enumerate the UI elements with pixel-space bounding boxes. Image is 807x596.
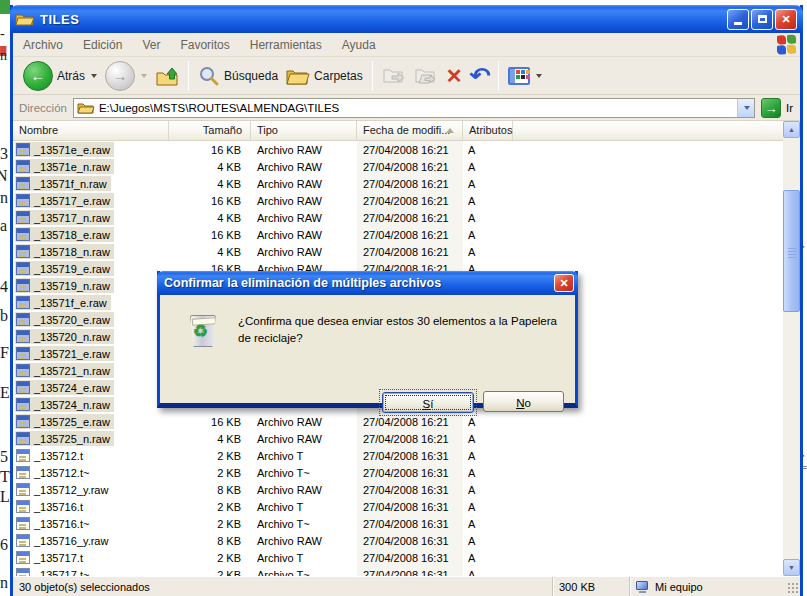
file-row[interactable]: _135725_n.raw4 KBArchivo RAW27/04/2008 1… — [13, 430, 783, 447]
file-row[interactable]: _13571e_e.raw16 KBArchivo RAW27/04/2008 … — [13, 141, 783, 158]
close-button[interactable]: ✕ — [775, 9, 797, 30]
file-row[interactable]: _135712_y.raw8 KBArchivo RAW27/04/2008 1… — [13, 481, 783, 498]
file-name-cell[interactable]: _135716.t — [13, 499, 169, 514]
undo-button[interactable]: ↶ — [467, 65, 493, 87]
file-name-cell[interactable]: _135725_e.raw — [13, 414, 169, 429]
file-type: Archivo RAW — [251, 212, 357, 224]
address-combo[interactable]: E:\Juegos\MSTS\ROUTES\ALMENDAG\TILES — [73, 98, 755, 118]
file-name-cell[interactable]: _13571e_n.raw — [13, 159, 169, 174]
column-header-tamano[interactable]: Tamaño — [169, 121, 251, 140]
menu-edicion[interactable]: Edición — [73, 38, 132, 52]
file-attributes: A — [463, 144, 513, 156]
go-button[interactable]: → — [761, 98, 781, 118]
folder-icon — [15, 11, 35, 27]
file-name-cell[interactable]: _135717.t~ — [13, 567, 169, 576]
file-icon — [16, 330, 30, 343]
scroll-up-icon[interactable]: ▲ — [783, 121, 800, 138]
maximize-button[interactable] — [751, 9, 773, 30]
column-header-fecha[interactable]: Fecha de modifi... — [357, 121, 463, 140]
file-icon — [16, 449, 30, 462]
file-name-cell[interactable]: _135724_e.raw — [13, 380, 169, 395]
column-header-tipo[interactable]: Tipo — [251, 121, 357, 140]
file-icon — [16, 364, 30, 377]
column-header-nombre[interactable]: Nombre — [13, 121, 169, 140]
scrollbar-thumb[interactable] — [783, 190, 800, 312]
file-name-cell[interactable]: _135721_e.raw — [13, 346, 169, 361]
file-name-cell[interactable]: _135719_n.raw — [13, 278, 169, 293]
resize-grip[interactable] — [787, 582, 799, 594]
no-button[interactable]: No — [483, 391, 564, 412]
file-name-cell[interactable]: _135720_n.raw — [13, 329, 169, 344]
window-title: TILES — [40, 12, 727, 27]
file-row[interactable]: _13571e_n.raw4 KBArchivo RAW27/04/2008 1… — [13, 158, 783, 175]
file-name-cell[interactable]: _135719_e.raw — [13, 261, 169, 276]
menu-herramientas[interactable]: Herramientas — [240, 38, 332, 52]
file-row[interactable]: _135716_y.raw8 KBArchivo RAW27/04/2008 1… — [13, 532, 783, 549]
back-button[interactable]: ← Atrás — [19, 61, 101, 91]
menu-ver[interactable]: Ver — [132, 38, 170, 52]
file-name-cell[interactable]: _135720_e.raw — [13, 312, 169, 327]
delete-button[interactable]: ✕ — [442, 66, 467, 86]
file-name-cell[interactable]: _135721_n.raw — [13, 363, 169, 378]
folders-button[interactable]: Carpetas — [282, 66, 367, 86]
file-name-cell[interactable]: _135718_e.raw — [13, 227, 169, 242]
title-bar[interactable]: TILES ✕ — [10, 5, 803, 33]
file-name-cell[interactable]: _135716_y.raw — [13, 533, 169, 548]
file-name-cell[interactable]: _135724_n.raw — [13, 397, 169, 412]
file-name-cell[interactable]: _135712.t — [13, 448, 169, 463]
toolbar-separator — [498, 61, 499, 91]
file-attributes: A — [463, 535, 513, 547]
file-row[interactable]: _135718_n.raw4 KBArchivo RAW27/04/2008 1… — [13, 243, 783, 260]
search-button[interactable]: Búsqueda — [194, 65, 282, 87]
scroll-down-icon[interactable]: ▼ — [783, 559, 800, 576]
file-date: 27/04/2008 16:21 — [357, 246, 463, 258]
dialog-title-bar[interactable]: Confirmar la eliminación de múltiples ar… — [157, 271, 578, 295]
minimize-button[interactable] — [727, 9, 749, 30]
file-icon — [16, 211, 30, 224]
file-row[interactable]: _135712.t~2 KBArchivo T~27/04/2008 16:31… — [13, 464, 783, 481]
forward-button[interactable]: → — [101, 61, 151, 91]
file-name: _13571e_n.raw — [34, 161, 110, 173]
file-row[interactable]: _135718_e.raw16 KBArchivo RAW27/04/2008 … — [13, 226, 783, 243]
file-attributes: A — [463, 229, 513, 241]
file-name-cell[interactable]: _135712_y.raw — [13, 482, 169, 497]
file-row[interactable]: _135717.t~2 KBArchivo T~27/04/2008 16:31… — [13, 566, 783, 576]
address-dropdown-button[interactable] — [737, 99, 754, 117]
file-row[interactable]: _135712.t2 KBArchivo T27/04/2008 16:31A — [13, 447, 783, 464]
copy-to-icon — [414, 66, 438, 86]
up-button[interactable] — [151, 65, 183, 87]
file-name-cell[interactable]: _135717.t — [13, 550, 169, 565]
file-row[interactable]: _13571f_n.raw4 KBArchivo RAW27/04/2008 1… — [13, 175, 783, 192]
file-name-cell[interactable]: _13571e_e.raw — [13, 142, 169, 157]
file-name-cell[interactable]: _13571f_n.raw — [13, 176, 169, 191]
file-row[interactable]: _135717.t2 KBArchivo T27/04/2008 16:31A — [13, 549, 783, 566]
folder-icon — [77, 101, 95, 115]
file-name-cell[interactable]: _135716.t~ — [13, 516, 169, 531]
file-name-cell[interactable]: _135718_n.raw — [13, 244, 169, 259]
yes-button[interactable]: Sí — [382, 392, 474, 413]
file-icon — [16, 160, 30, 173]
file-name-cell[interactable]: _13571f_e.raw — [13, 295, 169, 310]
file-name-cell[interactable]: _135725_n.raw — [13, 431, 169, 446]
menu-favoritos[interactable]: Favoritos — [170, 38, 239, 52]
vertical-scrollbar[interactable]: ▲ ▼ — [783, 121, 800, 576]
address-path[interactable]: E:\Juegos\MSTS\ROUTES\ALMENDAG\TILES — [99, 102, 737, 114]
menu-archivo[interactable]: Archivo — [13, 38, 73, 52]
file-row[interactable]: _135717_e.raw16 KBArchivo RAW27/04/2008 … — [13, 192, 783, 209]
file-row[interactable]: _135716.t2 KBArchivo T27/04/2008 16:31A — [13, 498, 783, 515]
file-row[interactable]: _135716.t~2 KBArchivo T~27/04/2008 16:31… — [13, 515, 783, 532]
file-name-cell[interactable]: _135712.t~ — [13, 465, 169, 480]
views-button[interactable] — [504, 67, 546, 85]
back-dropdown-icon[interactable] — [91, 74, 97, 78]
file-row[interactable]: _135717_n.raw4 KBArchivo RAW27/04/2008 1… — [13, 209, 783, 226]
menu-ayuda[interactable]: Ayuda — [332, 38, 386, 52]
file-name-cell[interactable]: _135717_e.raw — [13, 193, 169, 208]
file-name: _135712_y.raw — [34, 484, 108, 496]
file-name-cell[interactable]: _135717_n.raw — [13, 210, 169, 225]
file-type: Archivo RAW — [251, 484, 357, 496]
file-type: Archivo RAW — [251, 161, 357, 173]
delete-x-icon: ✕ — [446, 66, 463, 86]
dialog-close-button[interactable]: ✕ — [554, 274, 574, 292]
default-button-focus-ring: Sí — [379, 389, 477, 416]
column-header-atributos[interactable]: Atributos — [463, 121, 513, 140]
